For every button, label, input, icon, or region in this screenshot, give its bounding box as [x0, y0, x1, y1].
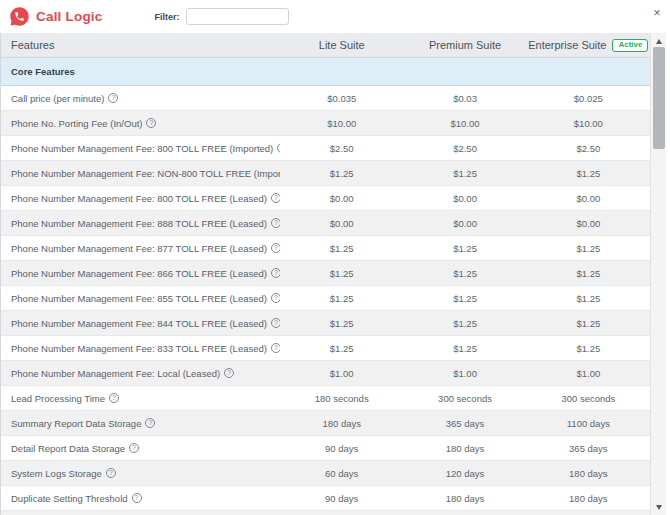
question-mark-circle-icon[interactable]: ?	[271, 293, 280, 303]
value-cell: $1.25	[403, 261, 526, 285]
value-cell: $10.00	[280, 111, 403, 135]
feature-cell: Phone Number Management Fee: NON-800 TOL…	[1, 161, 280, 185]
question-mark-circle-icon[interactable]: ?	[108, 93, 118, 103]
table-row: Detail Report Data Storage?90 days180 da…	[1, 436, 650, 461]
feature-label: Detail Report Data Storage	[11, 443, 125, 454]
table-row: Phone Number Management Fee: 800 TOLL FR…	[1, 186, 650, 211]
table-row: Employee User Limit?2550Unlimited	[1, 511, 650, 515]
feature-cell: Phone Number Management Fee: 855 TOLL FR…	[1, 286, 280, 310]
chevron-up-icon[interactable]	[651, 35, 666, 47]
question-mark-circle-icon[interactable]: ?	[271, 268, 280, 278]
question-mark-circle-icon[interactable]: ?	[271, 218, 280, 228]
value-cell: $10.00	[403, 111, 526, 135]
value-cell: $0.00	[403, 211, 526, 235]
value-cell: $0.00	[527, 186, 650, 210]
value-cell: $0.00	[527, 211, 650, 235]
feature-label: System Logs Storage	[11, 468, 102, 479]
value-cell: $1.00	[280, 361, 403, 385]
value-cell: $0.025	[527, 86, 650, 110]
value-cell: $1.25	[527, 336, 650, 360]
feature-cell: Phone Number Management Fee: 800 TOLL FR…	[1, 186, 280, 210]
question-mark-circle-icon[interactable]: ?	[145, 418, 155, 428]
value-cell: $1.25	[527, 311, 650, 335]
feature-cell: Detail Report Data Storage?	[1, 436, 280, 460]
feature-cell: Lead Processing Time?	[1, 386, 280, 410]
value-cell: $1.25	[527, 286, 650, 310]
value-cell: $2.50	[280, 136, 403, 160]
column-header-enterprise-suite: Enterprise Suite Active	[527, 39, 650, 52]
value-cell: $1.00	[527, 361, 650, 385]
feature-label: Call price (per minute)	[11, 93, 104, 104]
question-mark-circle-icon[interactable]: ?	[271, 193, 280, 203]
value-cell: 90 days	[280, 486, 403, 510]
value-cell: 25	[280, 511, 403, 515]
value-cell: 180 days	[527, 461, 650, 485]
feature-cell: Phone Number Management Fee: 877 TOLL FR…	[1, 236, 280, 260]
filter-label: Filter:	[155, 12, 180, 22]
question-mark-circle-icon[interactable]: ?	[224, 368, 234, 378]
value-cell: 180 days	[403, 486, 526, 510]
value-cell: $1.25	[403, 161, 526, 185]
table-row: Phone Number Management Fee: 866 TOLL FR…	[1, 261, 650, 286]
value-cell: 365 days	[527, 436, 650, 460]
right-spacer	[666, 33, 670, 515]
question-mark-circle-icon[interactable]: ?	[271, 318, 280, 328]
table-row: Phone Number Management Fee: 855 TOLL FR…	[1, 286, 650, 311]
feature-cell: System Logs Storage?	[1, 461, 280, 485]
feature-label: Phone Number Management Fee: 833 TOLL FR…	[11, 343, 267, 354]
feature-label: Phone Number Management Fee: 844 TOLL FR…	[11, 318, 267, 329]
filter-input[interactable]	[186, 8, 289, 25]
feature-label: Phone Number Management Fee: 866 TOLL FR…	[11, 268, 267, 279]
value-cell: $1.25	[403, 311, 526, 335]
feature-cell: Phone Number Management Fee: 844 TOLL FR…	[1, 311, 280, 335]
table-row: Phone Number Management Fee: Local (Leas…	[1, 361, 650, 386]
value-cell: 300 seconds	[403, 386, 526, 410]
value-cell: $1.25	[280, 336, 403, 360]
value-cell: 1100 days	[527, 411, 650, 435]
value-cell: $1.00	[403, 361, 526, 385]
question-mark-circle-icon[interactable]: ?	[271, 343, 280, 353]
table-body: Core FeaturesCall price (per minute)?$0.…	[1, 58, 650, 515]
scroll-column	[650, 33, 670, 515]
question-mark-circle-icon[interactable]: ?	[132, 493, 142, 503]
content: Features Lite Suite Premium Suite Enterp…	[0, 33, 670, 515]
section-row: Core Features	[1, 58, 650, 86]
feature-label: Summary Report Data Storage	[11, 418, 141, 429]
feature-label: Phone Number Management Fee: Local (Leas…	[11, 368, 220, 379]
scrollbar[interactable]	[650, 33, 666, 515]
value-cell: $0.035	[280, 86, 403, 110]
feature-label: Phone Number Management Fee: 855 TOLL FR…	[11, 293, 267, 304]
pricing-modal: Call Logic Filter: × Features Lite Suite…	[0, 0, 670, 515]
value-cell: $0.03	[403, 86, 526, 110]
feature-label: Phone Number Management Fee: NON-800 TOL…	[11, 168, 280, 179]
question-mark-circle-icon[interactable]: ?	[129, 443, 139, 453]
feature-cell: Phone Number Management Fee: Local (Leas…	[1, 361, 280, 385]
question-mark-circle-icon[interactable]: ?	[146, 118, 156, 128]
feature-cell: Summary Report Data Storage?	[1, 411, 280, 435]
feature-label: Phone Number Management Fee: 877 TOLL FR…	[11, 243, 267, 254]
table-row: Lead Processing Time?180 seconds300 seco…	[1, 386, 650, 411]
feature-cell: Phone Number Management Fee: 800 TOLL FR…	[1, 136, 280, 160]
value-cell: Unlimited	[527, 511, 650, 515]
feature-cell: Employee User Limit?	[1, 511, 280, 515]
value-cell: 300 seconds	[527, 386, 650, 410]
value-cell: 60 days	[280, 461, 403, 485]
value-cell: 120 days	[403, 461, 526, 485]
scrollbar-thumb[interactable]	[653, 47, 665, 149]
close-icon[interactable]: ×	[650, 6, 664, 20]
value-cell: $1.25	[280, 286, 403, 310]
table-row: Phone Number Management Fee: 888 TOLL FR…	[1, 211, 650, 236]
feature-cell: Call price (per minute)?	[1, 86, 280, 110]
value-cell: $1.25	[280, 161, 403, 185]
question-mark-circle-icon[interactable]: ?	[109, 393, 119, 403]
chevron-down-icon[interactable]	[651, 501, 666, 513]
value-cell: 180 seconds	[280, 386, 403, 410]
table-row: System Logs Storage?60 days120 days180 d…	[1, 461, 650, 486]
value-cell: $1.25	[280, 311, 403, 335]
filter-group: Filter:	[155, 8, 289, 25]
table-row: Phone Number Management Fee: NON-800 TOL…	[1, 161, 650, 186]
question-mark-circle-icon[interactable]: ?	[106, 468, 116, 478]
value-cell: $1.25	[403, 286, 526, 310]
question-mark-circle-icon[interactable]: ?	[271, 243, 280, 253]
value-cell: 50	[403, 511, 526, 515]
